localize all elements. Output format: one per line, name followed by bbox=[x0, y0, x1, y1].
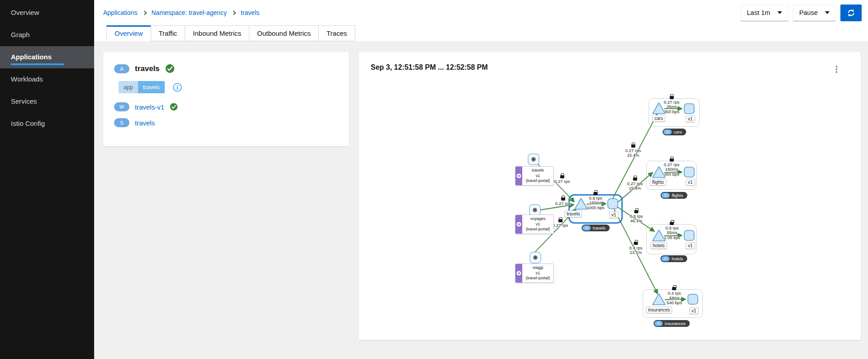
edge-label-portal-travels: 0.27 rps bbox=[554, 173, 570, 184]
breadcrumb-namespace[interactable]: Namespace: travel-agency bbox=[152, 9, 227, 16]
sidebar-item-overview[interactable]: Overview bbox=[0, 2, 94, 24]
top-bar: Applications Namespace: travel-agency tr… bbox=[94, 0, 868, 25]
edge-label-viaggi: 0.27 rps bbox=[553, 217, 568, 228]
node-hotels-app[interactable] bbox=[653, 230, 665, 241]
label-key: app bbox=[119, 81, 138, 93]
detail-tabs: Overview Traffic Inbound Metrics Outboun… bbox=[94, 25, 868, 41]
sidebar-item-istio-config[interactable]: Istio Config bbox=[0, 113, 94, 135]
refresh-interval-dropdown[interactable]: Pause bbox=[793, 5, 836, 21]
workload-wheel-icon bbox=[533, 255, 538, 260]
mtls-lock-icon bbox=[670, 222, 674, 225]
node-portal-travels[interactable] bbox=[528, 154, 539, 165]
sidebar-nav: Overview Graph Applications Workloads Se… bbox=[0, 0, 94, 359]
refresh-button[interactable] bbox=[840, 5, 862, 21]
chip-travels-v1[interactable]: v1 bbox=[609, 211, 619, 218]
traffic-graph[interactable]: travels v1 (travel-portal) voyages v1 (t… bbox=[359, 52, 861, 340]
chip-insurances-app[interactable]: insurances bbox=[646, 306, 672, 313]
chip-cars-app[interactable]: cars bbox=[652, 115, 665, 122]
breadcrumb-applications[interactable]: Applications bbox=[103, 9, 138, 16]
workload-wheel-icon bbox=[533, 208, 538, 213]
node-flights-v1[interactable] bbox=[684, 167, 694, 177]
app-labels-row: app travels bbox=[114, 81, 349, 93]
duration-dropdown[interactable]: Last 1m bbox=[740, 5, 788, 21]
mtls-lock-icon bbox=[631, 144, 635, 148]
sync-icon bbox=[847, 9, 855, 17]
sidebar-item-services[interactable]: Services bbox=[0, 91, 94, 113]
badge-cars[interactable]: A cars bbox=[663, 129, 686, 135]
kebab-menu-button[interactable] bbox=[834, 64, 839, 75]
chip-hotels-app[interactable]: hotels bbox=[650, 242, 667, 249]
node-portal-viaggi[interactable] bbox=[530, 252, 541, 263]
portal-label-travels[interactable]: travels v1 (travel-portal) bbox=[515, 166, 554, 186]
mini-graph-card: Sep 3, 12:51:58 PM ... 12:52:58 PM bbox=[359, 52, 861, 340]
node-travels-v1[interactable] bbox=[608, 199, 618, 209]
badge-insurances[interactable]: A insurances bbox=[653, 320, 690, 327]
tab-traces[interactable]: Traces bbox=[318, 25, 355, 41]
tab-overview[interactable]: Overview bbox=[106, 25, 151, 41]
tab-inbound-metrics[interactable]: Inbound Metrics bbox=[185, 25, 249, 41]
refresh-interval-value: Pause bbox=[799, 9, 818, 16]
badge-flights[interactable]: A flights bbox=[661, 192, 687, 199]
graph-time-range: Sep 3, 12:51:58 PM ... 12:52:58 PM bbox=[371, 63, 488, 72]
breadcrumb: Applications Namespace: travel-agency tr… bbox=[103, 9, 259, 16]
edge-stats-flights: 0.27 rps160ms360 bps bbox=[664, 157, 679, 177]
edge-label-travels-to-hotels: 0.8 rps46.1% bbox=[630, 208, 643, 224]
node-flights-app[interactable] bbox=[653, 167, 665, 177]
chip-insurances-v1[interactable]: v1 bbox=[689, 307, 699, 314]
mtls-lock-icon bbox=[672, 287, 677, 290]
node-hotels-v1[interactable] bbox=[684, 230, 694, 240]
badge-travels[interactable]: A travels bbox=[582, 225, 610, 231]
service-link[interactable]: travels bbox=[135, 119, 155, 127]
chip-cars-v1[interactable]: v1 bbox=[686, 115, 695, 122]
duration-value: Last 1m bbox=[747, 9, 770, 16]
node-insurances-app[interactable] bbox=[653, 294, 665, 305]
chevron-right-icon bbox=[142, 10, 147, 15]
chip-travels-app[interactable]: travels bbox=[564, 211, 582, 217]
chevron-down-icon bbox=[777, 11, 782, 14]
node-insurances-v1[interactable] bbox=[688, 294, 698, 304]
chevron-down-icon bbox=[825, 11, 830, 14]
app-label[interactable]: app travels bbox=[119, 81, 165, 93]
portal-label-voyages[interactable]: voyages v1 (travel-portal) bbox=[515, 215, 554, 234]
node-portal-voyages[interactable] bbox=[529, 205, 540, 215]
chip-flights-v1[interactable]: v1 bbox=[686, 179, 695, 186]
workload-link[interactable]: travels-v1 bbox=[135, 103, 164, 111]
root-indicator-icon bbox=[515, 167, 522, 185]
main-area: Applications Namespace: travel-agency tr… bbox=[94, 0, 868, 359]
mtls-lock-icon bbox=[561, 197, 565, 201]
content-area: A travels app travels bbox=[94, 41, 868, 359]
workload-badge: W bbox=[114, 102, 129, 111]
sidebar-item-applications[interactable]: Applications bbox=[0, 46, 94, 68]
sidebar-item-workloads[interactable]: Workloads bbox=[0, 68, 94, 91]
tab-outbound-metrics[interactable]: Outbound Metrics bbox=[249, 25, 319, 41]
chip-hotels-v1[interactable]: v1 bbox=[686, 242, 695, 249]
app-title-row: A travels bbox=[114, 64, 349, 73]
mtls-lock-icon bbox=[558, 219, 562, 222]
label-value: travels bbox=[138, 81, 165, 93]
info-icon[interactable] bbox=[173, 83, 182, 92]
badge-hotels[interactable]: A hotels bbox=[660, 255, 687, 262]
mtls-lock-icon bbox=[669, 158, 673, 162]
node-travels-app[interactable] bbox=[575, 198, 587, 209]
sidebar-item-graph[interactable]: Graph bbox=[0, 24, 94, 46]
workload-row: W travels-v1 bbox=[114, 102, 349, 111]
breadcrumb-travels[interactable]: travels bbox=[241, 9, 259, 16]
chip-flights-app[interactable]: flights bbox=[650, 179, 666, 186]
chevron-right-icon bbox=[232, 10, 236, 15]
mtls-lock-icon bbox=[669, 96, 673, 99]
mtls-lock-icon bbox=[634, 210, 638, 213]
edge-label-voyages: 0.27 rps bbox=[555, 196, 571, 206]
node-cars-app[interactable] bbox=[653, 103, 665, 114]
health-check-icon bbox=[165, 64, 175, 73]
kiali-app: Overview Graph Applications Workloads Se… bbox=[0, 0, 868, 359]
portal-label-viaggi[interactable]: viaggi v1 (travel-portal) bbox=[515, 263, 554, 283]
edge-stats-travels: 0.8 rps160ms1000 bps bbox=[587, 190, 604, 210]
portal-label-text: voyages v1 (travel-portal) bbox=[522, 215, 553, 234]
workload-wheel-icon bbox=[531, 157, 536, 162]
graph-edges-layer bbox=[359, 52, 868, 340]
service-badge: S bbox=[114, 118, 129, 127]
portal-label-text: travels v1 (travel-portal) bbox=[522, 167, 553, 185]
edge-label-travels-to-cars: 0.27 rps15.4% bbox=[625, 143, 641, 158]
tab-traffic[interactable]: Traffic bbox=[151, 25, 186, 41]
node-cars-v1[interactable] bbox=[684, 104, 694, 114]
